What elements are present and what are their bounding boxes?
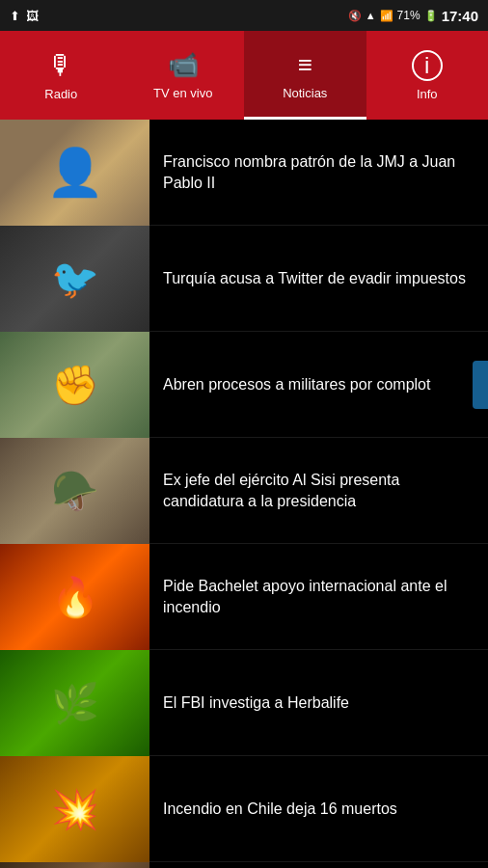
news-content-7: Incendio en Chile deja 16 muertos [149, 756, 488, 861]
news-title-4: Ex jefe del ejército Al Sisi presenta ca… [163, 470, 474, 511]
news-title-7: Incendio en Chile deja 16 muertos [163, 799, 397, 820]
news-content-3: Abren procesos a militares por complot [149, 332, 488, 437]
scroll-indicator [473, 361, 488, 409]
tab-noticias[interactable]: ≡ Noticias [244, 31, 366, 120]
tab-info[interactable]: i Info [366, 31, 489, 120]
mute-icon: 🔇 [348, 10, 362, 22]
news-thumb-4 [0, 438, 149, 544]
tab-radio[interactable]: 🎙 Radio [0, 31, 122, 120]
wifi-icon: ▲ [366, 10, 376, 21]
news-thumb-5 [0, 544, 149, 650]
news-item-8[interactable] [0, 862, 488, 868]
news-title-1: Francisco nombra patrón de la JMJ a Juan… [163, 151, 474, 193]
tab-tv-label: TV en vivo [153, 86, 212, 100]
battery-percent: 71% [397, 9, 420, 22]
news-title-2: Turquía acusa a Twitter de evadir impues… [163, 268, 466, 289]
news-thumb-6 [0, 650, 149, 756]
signal-icon: 📶 [380, 10, 393, 22]
news-title-5: Pide Bachelet apoyo internacional ante e… [163, 576, 474, 617]
noticias-icon: ≡ [298, 50, 312, 80]
news-item-7[interactable]: Incendio en Chile deja 16 muertos [0, 756, 488, 862]
news-list: Francisco nombra patrón de la JMJ a Juan… [0, 120, 488, 868]
news-item-2[interactable]: Turquía acusa a Twitter de evadir impues… [0, 226, 488, 332]
news-item-3[interactable]: Abren procesos a militares por complot [0, 332, 488, 438]
status-left-icons: ⬆ 🖼 [10, 9, 39, 23]
news-thumb-1 [0, 120, 149, 226]
news-item-4[interactable]: Ex jefe del ejército Al Sisi presenta ca… [0, 438, 488, 544]
status-bar: ⬆ 🖼 🔇 ▲ 📶 71% 🔋 17:40 [0, 0, 488, 31]
radio-icon: 🎙 [47, 49, 74, 81]
tab-noticias-label: Noticias [283, 86, 327, 100]
usb-icon: ⬆ [10, 9, 20, 23]
news-title-6: El FBI investiga a Herbalife [163, 692, 349, 714]
news-thumb-8 [0, 862, 149, 868]
news-content-5: Pide Bachelet apoyo internacional ante e… [149, 544, 488, 649]
news-item-1[interactable]: Francisco nombra patrón de la JMJ a Juan… [0, 120, 488, 226]
news-thumb-2 [0, 226, 149, 332]
news-content-1: Francisco nombra patrón de la JMJ a Juan… [149, 120, 488, 225]
news-thumb-3 [0, 332, 149, 438]
news-item-5[interactable]: Pide Bachelet apoyo internacional ante e… [0, 544, 488, 650]
tv-icon: 📹 [168, 50, 199, 80]
news-thumb-7 [0, 756, 149, 862]
news-content-4: Ex jefe del ejército Al Sisi presenta ca… [149, 438, 488, 543]
news-item-6[interactable]: El FBI investiga a Herbalife [0, 650, 488, 756]
image-icon: 🖼 [26, 9, 39, 23]
tab-bar: 🎙 Radio 📹 TV en vivo ≡ Noticias i Info [0, 31, 488, 120]
status-time: 17:40 [442, 8, 478, 24]
news-content-8 [149, 862, 488, 868]
battery-icon: 🔋 [424, 10, 438, 22]
tab-info-label: Info [417, 87, 438, 101]
tab-radio-label: Radio [44, 87, 77, 101]
info-icon: i [412, 50, 443, 81]
news-content-6: El FBI investiga a Herbalife [149, 650, 488, 755]
tab-tv[interactable]: 📹 TV en vivo [122, 31, 245, 120]
news-title-3: Abren procesos a militares por complot [163, 374, 430, 395]
news-content-2: Turquía acusa a Twitter de evadir impues… [149, 226, 488, 331]
status-right-icons: 🔇 ▲ 📶 71% 🔋 17:40 [348, 8, 478, 24]
